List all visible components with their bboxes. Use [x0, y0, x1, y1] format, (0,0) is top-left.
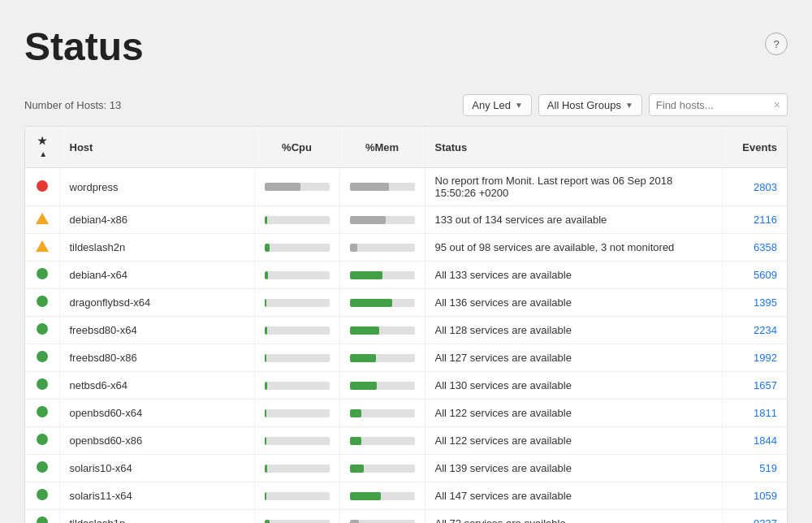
- table-header-row: ★ ▲ Host %Cpu %Mem Status Events: [25, 127, 787, 168]
- th-events[interactable]: Events: [722, 127, 787, 168]
- mem-bar: [350, 520, 415, 524]
- host-cell: solaris11-x64: [59, 482, 254, 510]
- cpu-bar: [265, 409, 330, 417]
- mem-bar: [350, 409, 415, 417]
- mem-cell: [339, 168, 425, 206]
- mem-bar: [350, 271, 415, 279]
- group-filter-arrow-icon: ▼: [625, 101, 633, 110]
- cpu-cell: [254, 262, 339, 289]
- mem-cell: [339, 427, 425, 455]
- events-cell: 1844: [722, 427, 787, 455]
- led-indicator: [37, 517, 48, 523]
- cpu-bar: [265, 520, 330, 524]
- group-filter-dropdown[interactable]: All Host Groups ▼: [538, 94, 642, 116]
- status-cell: All 139 services are available: [425, 455, 722, 482]
- cpu-bar: [265, 299, 330, 307]
- host-cell: debian4-x64: [59, 262, 254, 289]
- host-cell: dragonflybsd-x64: [59, 289, 254, 317]
- mem-cell: [339, 400, 425, 427]
- led-indicator: [37, 434, 48, 445]
- th-led[interactable]: ★ ▲: [25, 127, 59, 168]
- mem-bar: [350, 465, 415, 473]
- events-cell: 6358: [722, 234, 787, 262]
- help-button[interactable]: ?: [765, 32, 788, 55]
- events-cell: 2116: [722, 206, 787, 234]
- cpu-cell: [254, 455, 339, 482]
- host-cell: debian4-x86: [59, 206, 254, 234]
- led-cell: [25, 317, 59, 344]
- mem-bar: [350, 299, 415, 307]
- cpu-cell: [254, 510, 339, 524]
- cpu-cell: [254, 344, 339, 372]
- host-cell: tildeslash2n: [59, 234, 254, 262]
- search-input[interactable]: [656, 99, 770, 111]
- led-indicator: [37, 351, 48, 362]
- host-count-label: Number of Hosts: 13: [24, 99, 121, 111]
- th-host[interactable]: Host: [59, 127, 254, 168]
- led-indicator: [37, 180, 48, 192]
- status-cell: All 133 services are available: [425, 262, 722, 289]
- table-row: openbsd60-x86All 122 services are availa…: [25, 427, 787, 455]
- led-indicator: [37, 296, 48, 307]
- status-cell: 95 out of 98 services are available, 3 n…: [425, 234, 722, 262]
- events-cell: 5609: [722, 262, 787, 289]
- mem-bar: [350, 216, 415, 224]
- mem-bar: [350, 354, 415, 362]
- cpu-bar: [265, 382, 330, 390]
- led-cell: [25, 289, 59, 317]
- status-cell: All 136 services are available: [425, 289, 722, 317]
- status-cell: 133 out of 134 services are available: [425, 206, 722, 234]
- events-cell: 9237: [722, 510, 787, 524]
- mem-bar: [350, 382, 415, 390]
- mem-cell: [339, 372, 425, 400]
- mem-cell: [339, 289, 425, 317]
- status-cell: All 122 services are available: [425, 427, 722, 455]
- table-row: tildeslash1nAll 72 services are availabl…: [25, 510, 787, 524]
- table-row: openbsd60-x64All 122 services are availa…: [25, 400, 787, 427]
- events-cell: 2234: [722, 317, 787, 344]
- status-cell: All 122 services are available: [425, 400, 722, 427]
- status-cell: All 72 services are available: [425, 510, 722, 524]
- table-row: solaris10-x64All 139 services are availa…: [25, 455, 787, 482]
- mem-bar: [350, 326, 415, 335]
- mem-bar: [350, 492, 415, 500]
- page-title: Status: [24, 24, 144, 69]
- table-row: debian4-x64All 133 services are availabl…: [25, 262, 787, 289]
- mem-cell: [339, 510, 425, 524]
- mem-cell: [339, 317, 425, 344]
- cpu-bar: [265, 465, 330, 473]
- led-filter-dropdown[interactable]: Any Led ▼: [463, 94, 532, 116]
- cpu-cell: [254, 168, 339, 206]
- host-cell: freebsd80-x64: [59, 317, 254, 344]
- led-indicator: [36, 213, 49, 224]
- led-cell: [25, 510, 59, 524]
- led-cell: [25, 168, 59, 206]
- led-cell: [25, 234, 59, 262]
- clear-search-icon[interactable]: ×: [774, 98, 780, 111]
- status-cell: All 128 services are available: [425, 317, 722, 344]
- filters-bar: Any Led ▼ All Host Groups ▼ ×: [463, 93, 788, 116]
- led-indicator: [36, 240, 49, 252]
- led-indicator: [37, 489, 48, 500]
- status-cell: No report from Monit. Last report was 06…: [425, 168, 722, 206]
- cpu-cell: [254, 400, 339, 427]
- mem-bar: [350, 437, 415, 445]
- cpu-cell: [254, 234, 339, 262]
- th-cpu[interactable]: %Cpu: [254, 127, 339, 168]
- table-row: freebsd80-x86All 127 services are availa…: [25, 344, 787, 372]
- mem-cell: [339, 206, 425, 234]
- led-filter-arrow-icon: ▼: [515, 101, 523, 110]
- cpu-cell: [254, 427, 339, 455]
- table-row: debian4-x86133 out of 134 services are a…: [25, 206, 787, 234]
- cpu-cell: [254, 206, 339, 234]
- th-mem[interactable]: %Mem: [339, 127, 425, 168]
- led-cell: [25, 344, 59, 372]
- led-cell: [25, 427, 59, 455]
- mem-cell: [339, 455, 425, 482]
- status-cell: All 130 services are available: [425, 372, 722, 400]
- led-cell: [25, 455, 59, 482]
- events-cell: 1811: [722, 400, 787, 427]
- host-cell: freebsd80-x86: [59, 344, 254, 372]
- th-status[interactable]: Status: [425, 127, 722, 168]
- cpu-cell: [254, 372, 339, 400]
